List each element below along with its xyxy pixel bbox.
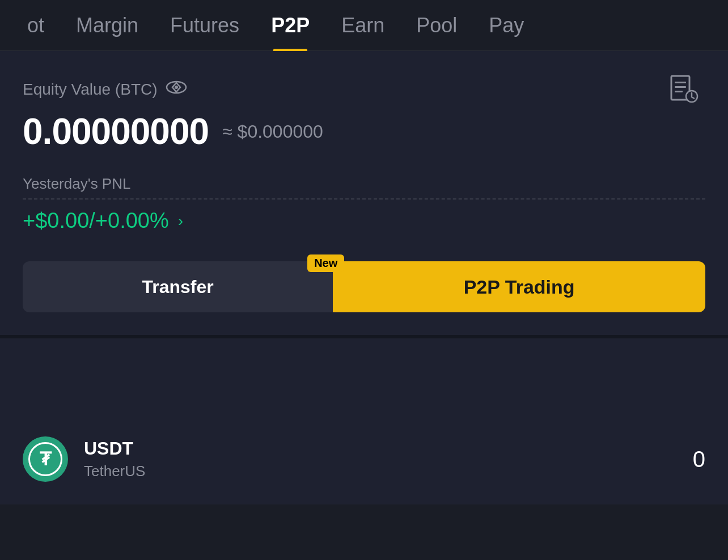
svg-rect-1	[675, 82, 686, 83]
usdt-icon: ₮	[23, 436, 68, 482]
asset-list: ₮ USDT TetherUS 0	[0, 414, 728, 504]
pnl-section: Yesterday's PNL +$0.00/+0.00% ›	[23, 175, 705, 233]
svg-rect-3	[675, 91, 683, 92]
usdt-icon-inner: ₮	[28, 442, 62, 476]
new-badge: New	[307, 254, 344, 272]
history-button[interactable]	[668, 74, 700, 108]
asset-amount: 0	[693, 447, 705, 472]
tab-futures[interactable]: Futures	[154, 0, 255, 51]
transfer-button[interactable]: Transfer New	[23, 261, 333, 312]
action-buttons: Transfer New P2P Trading	[23, 261, 705, 312]
asset-subname: TetherUS	[84, 463, 677, 480]
tab-p2p[interactable]: P2P	[255, 0, 325, 51]
btc-balance-row: 0.00000000 ≈ $0.000000	[23, 111, 705, 152]
usd-approx: ≈ $0.000000	[222, 121, 323, 142]
btc-value: 0.00000000	[23, 111, 209, 152]
hide-balance-icon[interactable]	[166, 79, 187, 99]
equity-label: Equity Value (BTC)	[23, 80, 158, 99]
tab-earn[interactable]: Earn	[325, 0, 400, 51]
svg-rect-2	[675, 86, 686, 88]
tab-margin[interactable]: Margin	[60, 0, 154, 51]
tab-pool[interactable]: Pool	[400, 0, 473, 51]
tab-pay[interactable]: Pay	[473, 0, 540, 51]
wallet-section: Equity Value (BTC) 0.00000000 ≈ $0.00000…	[0, 51, 728, 414]
svg-point-7	[175, 86, 178, 89]
pnl-divider	[23, 198, 705, 200]
asset-name: USDT	[84, 438, 677, 459]
section-divider	[0, 335, 728, 338]
pnl-label: Yesterday's PNL	[23, 175, 705, 193]
asset-info: USDT TetherUS	[84, 438, 677, 480]
equity-header: Equity Value (BTC)	[23, 79, 705, 99]
p2p-trading-button[interactable]: P2P Trading	[333, 261, 705, 312]
p2p-trading-label: P2P Trading	[464, 276, 575, 298]
transfer-label: Transfer	[142, 277, 213, 298]
pnl-value: +$0.00/+0.00%	[23, 209, 169, 233]
list-item[interactable]: ₮ USDT TetherUS 0	[23, 436, 705, 482]
pnl-value-row: +$0.00/+0.00% ›	[23, 209, 705, 233]
usdt-symbol: ₮	[40, 448, 51, 470]
navigation-tabs: ot Margin Futures P2P Earn Pool Pay	[0, 0, 728, 51]
tab-spot[interactable]: ot	[11, 0, 60, 51]
pnl-detail-chevron[interactable]: ›	[178, 212, 183, 230]
